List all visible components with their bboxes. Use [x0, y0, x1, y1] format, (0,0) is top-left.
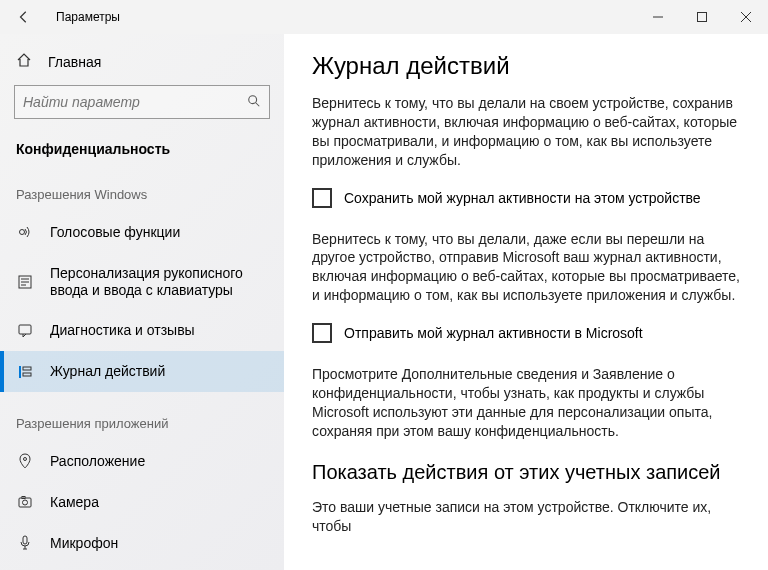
- feedback-icon: [16, 323, 34, 339]
- voice-icon: [16, 224, 34, 240]
- search-icon: [247, 94, 261, 111]
- svg-rect-1: [698, 13, 707, 22]
- sidebar-section-current: Конфиденциальность: [0, 133, 284, 163]
- sidebar-item-voice[interactable]: Голосовые функции: [0, 212, 284, 253]
- window-title: Параметры: [56, 10, 120, 24]
- sidebar-item-camera[interactable]: Камера: [0, 482, 284, 523]
- sidebar-home-label: Главная: [48, 54, 101, 70]
- description-para-2: Вернитесь к тому, что вы делали, даже ес…: [312, 230, 740, 306]
- checkbox-label: Отправить мой журнал активности в Micros…: [344, 325, 643, 341]
- sidebar-item-label: Микрофон: [50, 535, 118, 552]
- sidebar-item-microphone[interactable]: Микрофон: [0, 523, 284, 564]
- svg-rect-14: [23, 373, 31, 376]
- svg-line-5: [256, 102, 260, 106]
- sidebar-item-label: Диагностика и отзывы: [50, 322, 195, 339]
- titlebar: Параметры: [0, 0, 768, 34]
- camera-icon: [16, 494, 34, 510]
- sidebar-item-label: Голосовые функции: [50, 224, 180, 241]
- accounts-heading: Показать действия от этих учетных записе…: [312, 461, 740, 484]
- microphone-icon: [16, 535, 34, 551]
- sidebar-item-label: Камера: [50, 494, 99, 511]
- checkbox-store-local[interactable]: Сохранить мой журнал активности на этом …: [312, 188, 740, 208]
- content-pane: Журнал действий Вернитесь к тому, что вы…: [284, 34, 768, 570]
- search-box[interactable]: [14, 85, 270, 119]
- minimize-button[interactable]: [636, 1, 680, 33]
- location-icon: [16, 453, 34, 469]
- svg-point-17: [23, 500, 28, 505]
- sidebar-item-diagnostics[interactable]: Диагностика и отзывы: [0, 310, 284, 351]
- svg-point-4: [249, 95, 257, 103]
- sidebar-item-activity-history[interactable]: Журнал действий: [0, 351, 284, 392]
- sidebar: Главная Конфиденциальность Разрешения Wi…: [0, 34, 284, 570]
- sidebar-group-windows-permissions: Разрешения Windows: [0, 163, 284, 212]
- description-para-1: Вернитесь к тому, что вы делали на своем…: [312, 94, 740, 170]
- checkbox-label: Сохранить мой журнал активности на этом …: [344, 190, 701, 206]
- sidebar-item-label: Расположение: [50, 453, 145, 470]
- search-input[interactable]: [23, 94, 247, 110]
- close-button[interactable]: [724, 1, 768, 33]
- home-icon: [16, 52, 32, 71]
- description-para-3: Просмотрите Дополнительные сведения и За…: [312, 365, 740, 441]
- inking-icon: [16, 274, 34, 290]
- svg-rect-13: [23, 367, 31, 370]
- sidebar-home[interactable]: Главная: [0, 42, 284, 81]
- checkbox-send-microsoft[interactable]: Отправить мой журнал активности в Micros…: [312, 323, 740, 343]
- window-controls: [636, 1, 768, 33]
- sidebar-item-location[interactable]: Расположение: [0, 441, 284, 482]
- sidebar-group-app-permissions: Разрешения приложений: [0, 392, 284, 441]
- checkbox-box[interactable]: [312, 323, 332, 343]
- sidebar-item-label: Персонализация рукописного ввода и ввода…: [50, 265, 268, 299]
- description-para-4: Это ваши учетные записи на этом устройст…: [312, 498, 740, 536]
- page-heading: Журнал действий: [312, 52, 740, 80]
- activity-history-icon: [16, 364, 34, 380]
- svg-rect-16: [19, 498, 31, 507]
- svg-rect-11: [19, 325, 31, 334]
- sidebar-item-label: Журнал действий: [50, 363, 165, 380]
- svg-point-6: [20, 230, 25, 235]
- svg-rect-19: [23, 536, 27, 544]
- checkbox-box[interactable]: [312, 188, 332, 208]
- maximize-button[interactable]: [680, 1, 724, 33]
- back-button[interactable]: [8, 1, 40, 33]
- sidebar-item-inking[interactable]: Персонализация рукописного ввода и ввода…: [0, 253, 284, 311]
- svg-point-15: [24, 458, 27, 461]
